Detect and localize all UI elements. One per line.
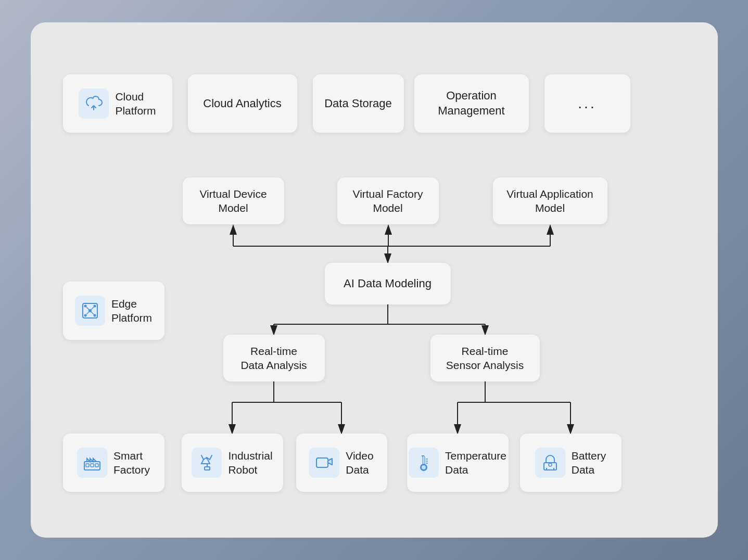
- battery-data-label: Battery Data: [572, 449, 606, 477]
- svg-rect-29: [84, 462, 100, 470]
- virtual-factory-label: Virtual Factory Model: [353, 187, 423, 215]
- virtual-app-label: Virtual Application Model: [506, 187, 593, 215]
- svg-point-21: [84, 305, 86, 308]
- virtual-factory-model-box: Virtual Factory Model: [337, 177, 439, 224]
- smart-factory-icon-box: [77, 448, 107, 478]
- realtime-data-analysis-box: Real-time Data Analysis: [223, 335, 325, 381]
- temperature-data-box: Temperature Data: [407, 434, 509, 492]
- svg-line-28: [91, 312, 94, 314]
- operation-management-label: Operation Management: [438, 88, 504, 118]
- realtime-sensor-label: Real-time Sensor Analysis: [446, 344, 524, 373]
- svg-point-24: [93, 314, 96, 317]
- edge-platform-label: Edge Platform: [111, 297, 152, 325]
- cloud-platform-icon-box: [79, 88, 109, 119]
- svg-point-43: [549, 463, 552, 466]
- operation-management-box: Operation Management: [414, 74, 529, 133]
- more-label: ...: [578, 94, 596, 113]
- smart-factory-label: Smart Factory: [113, 449, 150, 477]
- svg-line-27: [86, 312, 89, 314]
- svg-point-22: [93, 305, 96, 308]
- data-storage-label: Data Storage: [324, 96, 392, 111]
- edge-platform-icon-box: [75, 296, 105, 326]
- industrial-robot-box: Industrial Robot: [182, 434, 283, 492]
- svg-point-35: [206, 457, 208, 460]
- industrial-robot-icon-box: [192, 448, 222, 478]
- virtual-device-model-box: Virtual Device Model: [183, 177, 284, 224]
- battery-data-box: Battery Data: [520, 434, 622, 492]
- battery-data-icon-box: [535, 448, 565, 478]
- data-storage-box: Data Storage: [313, 74, 404, 133]
- svg-rect-36: [316, 458, 328, 467]
- realtime-sensor-analysis-box: Real-time Sensor Analysis: [430, 335, 540, 381]
- video-data-label: Video Data: [346, 449, 373, 477]
- virtual-device-label: Virtual Device Model: [199, 187, 267, 215]
- svg-point-38: [421, 465, 426, 470]
- video-data-icon-box: [309, 448, 339, 478]
- cloud-platform-box: Cloud Platform: [63, 74, 172, 133]
- edge-platform-box: Edge Platform: [63, 282, 164, 340]
- video-data-box: Video Data: [296, 434, 387, 492]
- svg-rect-32: [95, 464, 98, 467]
- virtual-app-model-box: Virtual Application Model: [493, 177, 607, 224]
- more-box: ...: [544, 74, 630, 133]
- main-card: Cloud Platform Cloud Analytics Data Stor…: [31, 22, 718, 538]
- cloud-analytics-box: Cloud Analytics: [188, 74, 297, 133]
- svg-rect-31: [91, 464, 94, 467]
- smart-factory-box: Smart Factory: [63, 434, 164, 492]
- svg-line-26: [91, 307, 94, 310]
- ai-data-modeling-box: AI Data Modeling: [325, 263, 451, 304]
- svg-point-23: [84, 314, 86, 317]
- svg-rect-37: [423, 456, 425, 464]
- realtime-data-label: Real-time Data Analysis: [240, 344, 307, 373]
- cloud-platform-label: Cloud Platform: [115, 90, 156, 118]
- industrial-robot-label: Industrial Robot: [228, 449, 272, 477]
- ai-data-modeling-label: AI Data Modeling: [344, 276, 432, 291]
- temperature-data-icon-box: [409, 448, 439, 478]
- cloud-analytics-label: Cloud Analytics: [203, 96, 281, 111]
- temperature-data-label: Temperature Data: [445, 449, 506, 477]
- svg-line-25: [86, 307, 89, 310]
- svg-rect-33: [205, 467, 210, 470]
- svg-rect-30: [86, 464, 89, 467]
